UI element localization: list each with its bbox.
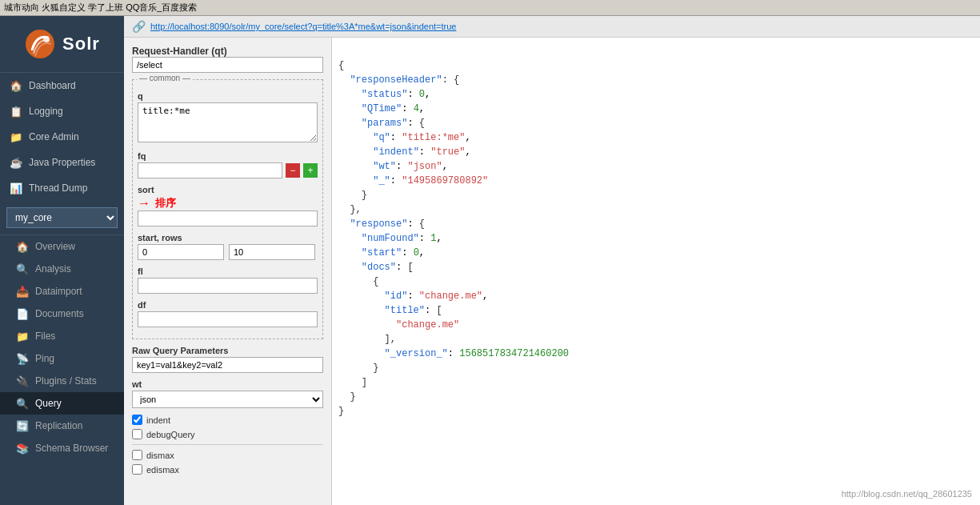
query-icon: 🔍 bbox=[16, 397, 29, 410]
sidebar-item-java-properties[interactable]: ☕ Java Properties bbox=[0, 150, 124, 175]
debugquery-label: debugQuery bbox=[146, 430, 195, 439]
core-nav-item-analysis[interactable]: 🔍 Analysis bbox=[0, 258, 124, 280]
files-icon: 📁 bbox=[16, 330, 29, 343]
url-text[interactable]: http://localhost:8090/solr/my_core/selec… bbox=[150, 22, 456, 31]
debugquery-checkbox[interactable] bbox=[132, 429, 142, 439]
q-label: q bbox=[138, 91, 318, 101]
url-bar: 🔗 http://localhost:8090/solr/my_core/sel… bbox=[124, 16, 980, 38]
sidebar-item-dashboard-label: Dashboard bbox=[29, 80, 76, 91]
edismax-row: edismax bbox=[132, 464, 323, 475]
sidebar-item-logging[interactable]: 📋 Logging bbox=[0, 98, 124, 124]
dismax-label: dismax bbox=[146, 451, 174, 460]
core-nav-dataimport-label: Dataimport bbox=[35, 286, 82, 297]
core-selector: my_core bbox=[6, 207, 118, 228]
replication-icon: 🔄 bbox=[16, 419, 29, 432]
edismax-checkbox[interactable] bbox=[132, 464, 142, 475]
wt-select[interactable]: json xml csv python ruby php bbox=[132, 391, 323, 408]
sort-annotation: 排序 bbox=[155, 196, 176, 210]
core-nav-files-label: Files bbox=[35, 331, 55, 342]
fq-row: − + bbox=[138, 162, 318, 178]
edismax-label: edismax bbox=[146, 465, 179, 475]
common-section: — common — q title:*me fq − bbox=[132, 79, 323, 339]
sidebar-item-core-admin-label: Core Admin bbox=[29, 131, 79, 142]
watermark: http://blog.csdn.net/qq_28601235 bbox=[842, 489, 972, 499]
sidebar-item-logging-label: Logging bbox=[29, 106, 63, 117]
core-nav-plugins-label: Plugins / Stats bbox=[35, 375, 97, 387]
rows-input[interactable] bbox=[229, 244, 315, 260]
documents-icon: 📄 bbox=[16, 307, 29, 320]
plugins-icon: 🔌 bbox=[16, 375, 29, 387]
wt-label: wt bbox=[132, 379, 323, 389]
df-label: df bbox=[138, 300, 318, 310]
fq-group: fq − + bbox=[138, 151, 318, 178]
df-group: df bbox=[138, 300, 318, 327]
debugquery-row: debugQuery bbox=[132, 429, 323, 439]
fq-label: fq bbox=[138, 151, 318, 161]
schema-browser-icon: 📚 bbox=[16, 442, 29, 455]
start-input[interactable] bbox=[138, 244, 224, 260]
sort-input[interactable] bbox=[138, 210, 318, 226]
sort-group: sort → 排序 bbox=[138, 185, 318, 226]
core-nav-item-schema-browser[interactable]: 📚 Schema Browser bbox=[0, 437, 124, 459]
core-nav-item-documents[interactable]: 📄 Documents bbox=[0, 303, 124, 325]
core-nav-item-query[interactable]: 🔍 Query bbox=[0, 392, 124, 415]
fq-add-button[interactable]: + bbox=[303, 163, 318, 178]
fl-label: fl bbox=[138, 267, 318, 276]
java-properties-icon: ☕ bbox=[10, 156, 22, 169]
core-select[interactable]: my_core bbox=[6, 207, 118, 228]
core-nav-query-label: Query bbox=[35, 398, 62, 409]
core-nav-item-dataimport[interactable]: 📥 Dataimport bbox=[0, 280, 124, 303]
raw-query-label: Raw Query Parameters bbox=[132, 346, 323, 355]
solr-logo-icon bbox=[24, 28, 56, 60]
core-nav-item-files[interactable]: 📁 Files bbox=[0, 325, 124, 347]
browser-bar: 城市动向 火狐自定义 学了上班 QQ音乐_百度搜索 bbox=[0, 0, 980, 16]
split-layout: Request-Handler (qt) — common — q title:… bbox=[124, 38, 980, 505]
fq-remove-button[interactable]: − bbox=[286, 163, 300, 178]
sidebar-item-dashboard[interactable]: 🏠 Dashboard bbox=[0, 73, 124, 98]
content-area: 🔗 http://localhost:8090/solr/my_core/sel… bbox=[124, 16, 980, 505]
core-nav-item-plugins-stats[interactable]: 🔌 Plugins / Stats bbox=[0, 370, 124, 392]
core-nav-documents-label: Documents bbox=[35, 308, 84, 319]
json-output: { "responseHeader": { "status": 0, "QTim… bbox=[338, 44, 974, 433]
thread-dump-icon: 📊 bbox=[10, 182, 22, 194]
raw-query-input[interactable] bbox=[132, 357, 323, 373]
sidebar-item-core-admin[interactable]: 📁 Core Admin bbox=[0, 124, 124, 150]
core-nav-item-replication[interactable]: 🔄 Replication bbox=[0, 415, 124, 437]
fl-input[interactable] bbox=[138, 278, 318, 294]
common-title: — common — bbox=[137, 74, 193, 82]
indent-checkbox[interactable] bbox=[132, 415, 142, 425]
dismax-row: dismax bbox=[132, 450, 323, 460]
core-nav-analysis-label: Analysis bbox=[35, 263, 71, 275]
q-input[interactable]: title:*me bbox=[138, 102, 318, 142]
core-nav-overview-label: Overview bbox=[35, 241, 75, 252]
q-group: q title:*me bbox=[138, 91, 318, 145]
core-nav-ping-label: Ping bbox=[35, 353, 54, 364]
analysis-icon: 🔍 bbox=[16, 263, 29, 275]
core-nav-item-overview[interactable]: 🏠 Overview bbox=[0, 235, 124, 258]
wt-group: wt json xml csv python ruby php → bbox=[132, 379, 323, 408]
fq-input[interactable] bbox=[138, 162, 282, 178]
browser-tabs: 城市动向 火狐自定义 学了上班 QQ音乐_百度搜索 bbox=[4, 2, 197, 14]
core-admin-icon: 📁 bbox=[10, 130, 22, 143]
sidebar: Solr 🏠 Dashboard 📋 Logging 📁 Core Admin … bbox=[0, 16, 124, 505]
sidebar-item-thread-dump-label: Thread Dump bbox=[29, 182, 87, 194]
overview-icon: 🏠 bbox=[16, 240, 29, 253]
handler-input[interactable] bbox=[132, 57, 323, 73]
sidebar-nav: 🏠 Dashboard 📋 Logging 📁 Core Admin ☕ Jav… bbox=[0, 73, 124, 505]
core-nav: 🏠 Overview 🔍 Analysis 📥 Dataimport 📄 Doc… bbox=[0, 234, 124, 459]
df-input[interactable] bbox=[138, 311, 318, 327]
dismax-checkbox[interactable] bbox=[132, 450, 142, 460]
core-nav-replication-label: Replication bbox=[35, 420, 82, 431]
start-rows-group: start, rows → 分页 bbox=[138, 233, 318, 260]
sidebar-item-thread-dump[interactable]: 📊 Thread Dump bbox=[0, 175, 124, 201]
svg-point-1 bbox=[43, 36, 50, 42]
handler-label: Request-Handler (qt) bbox=[132, 46, 227, 57]
sort-label: sort bbox=[138, 185, 318, 194]
results-panel: { "responseHeader": { "status": 0, "QTim… bbox=[332, 38, 980, 505]
solr-text: Solr bbox=[62, 34, 100, 54]
url-icon: 🔗 bbox=[132, 20, 146, 33]
core-nav-item-ping[interactable]: 📡 Ping bbox=[0, 347, 124, 370]
query-panel: Request-Handler (qt) — common — q title:… bbox=[124, 38, 332, 505]
sidebar-item-java-properties-label: Java Properties bbox=[29, 157, 95, 168]
raw-query-group: Raw Query Parameters bbox=[132, 346, 323, 373]
